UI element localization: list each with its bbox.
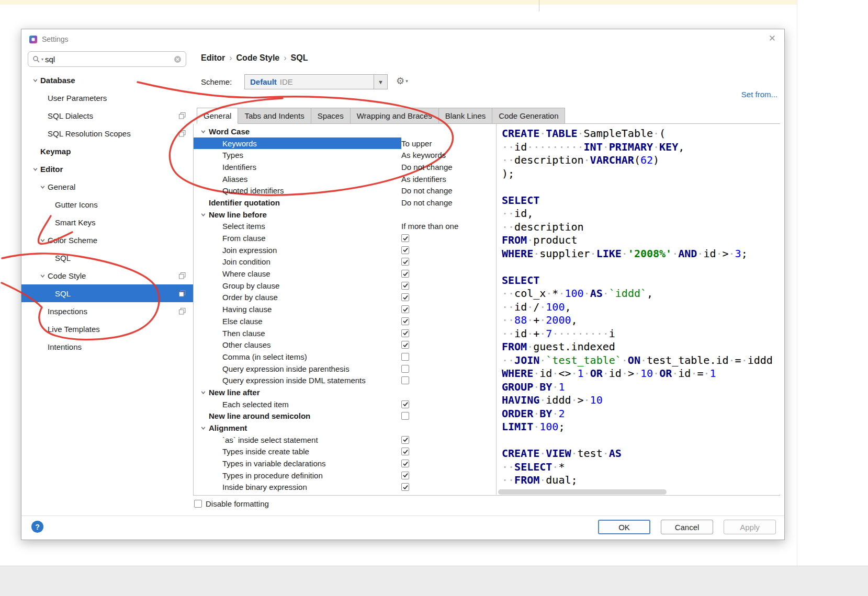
checkbox[interactable] [401,234,409,242]
chevron-down-icon[interactable] [30,166,40,172]
option-row-aliases[interactable]: AliasesAs identifiers [194,173,496,185]
checkbox[interactable] [401,365,409,373]
sidebar-item-database[interactable]: Database [21,71,193,89]
tab-spaces[interactable]: Spaces [311,108,351,124]
option-row-quoted-identifiers[interactable]: Quoted identifiersDo not change [194,185,496,197]
sidebar-item-keymap[interactable]: Keymap [21,142,193,160]
option-row-where-clause[interactable]: Where clause [194,268,496,280]
sidebar-item-code-style[interactable]: Code Style [21,267,193,284]
sidebar-item-sql[interactable]: SQL [21,249,193,267]
checkbox[interactable] [401,317,409,325]
option-value[interactable]: To upper [401,139,432,148]
breadcrumb-item[interactable]: SQL [291,53,308,63]
checkbox[interactable] [401,472,409,479]
option-value[interactable]: Do not change [401,163,453,171]
chevron-down-icon[interactable] [37,237,48,243]
cancel-button[interactable]: Cancel [661,520,713,534]
option-row-join-expression[interactable]: Join expression [194,244,496,256]
chevron-down-icon[interactable] [198,129,209,134]
tab-general[interactable]: General [197,108,238,124]
chevron-down-icon[interactable] [198,425,209,431]
checkbox[interactable] [401,460,409,467]
checkbox[interactable] [401,258,409,266]
tab-code-generation[interactable]: Code Generation [492,108,565,124]
help-button[interactable]: ? [31,521,43,533]
option-row-group-by-clause[interactable]: Group by clause [194,280,496,292]
sidebar-item-inspections[interactable]: Inspections [21,302,193,320]
chevron-down-icon[interactable] [30,77,40,83]
horizontal-scrollbar[interactable] [498,489,667,495]
option-row-query-expression-inside-parenthesis[interactable]: Query expression inside parenthesis [194,363,496,375]
sidebar-item-smart-keys[interactable]: Smart Keys [21,213,193,231]
chevron-down-icon[interactable] [198,389,209,395]
checkbox[interactable] [401,353,409,361]
clear-search-icon[interactable] [174,55,182,63]
option-row-select-items[interactable]: Select itemsIf more than one [194,221,496,233]
sidebar-item-live-templates[interactable]: Live Templates [21,320,193,338]
chevron-down-icon[interactable] [37,184,48,190]
option-row-else-clause[interactable]: Else clause [194,315,496,327]
checkbox[interactable] [401,270,409,278]
option-row-new-line-after[interactable]: New line after [194,386,496,398]
sidebar-item-editor[interactable]: Editor [21,160,193,178]
disable-formatting-row[interactable]: Disable formatting [194,499,269,508]
checkbox[interactable] [401,293,409,301]
option-row-types-in-variable-declarations[interactable]: Types in variable declarations [194,457,496,469]
option-row-types[interactable]: TypesAs keywords [194,149,496,161]
option-row-word-case[interactable]: Word Case [194,125,496,137]
sidebar-item-color-scheme[interactable]: Color Scheme [21,231,193,249]
option-value[interactable]: Do not change [401,186,453,195]
option-row-inside-binary-expression[interactable]: Inside binary expression [194,482,496,494]
checkbox[interactable] [401,282,409,290]
option-row-new-line-around-semicolon[interactable]: New line around semicolon [194,410,496,422]
set-from-link[interactable]: Set from... [741,90,777,99]
tab-tabs-and-indents[interactable]: Tabs and Indents [238,108,311,124]
option-row-then-clause[interactable]: Then clause [194,327,496,339]
option-value[interactable]: As keywords [401,151,446,159]
breadcrumb-item[interactable]: Code Style [236,53,280,63]
option-value[interactable]: If more than one [401,222,458,231]
option-row-each-selected-item[interactable]: Each selected item [194,398,496,410]
option-row-comma-in-select-items[interactable]: Comma (in select items) [194,351,496,363]
option-row-identifier-quotation[interactable]: Identifier quotationDo not change [194,197,496,209]
option-row-identifiers[interactable]: IdentifiersDo not change [194,161,496,173]
chevron-down-icon[interactable]: ▼ [374,75,387,89]
checkbox[interactable] [401,246,409,254]
checkbox[interactable] [401,412,409,420]
checkbox[interactable] [401,400,409,408]
option-row-alignment[interactable]: Alignment [194,422,496,434]
search-input[interactable] [45,55,172,64]
option-row-from-clause[interactable]: From clause [194,232,496,244]
sidebar-item-general[interactable]: General [21,178,193,196]
sidebar-item-intentions[interactable]: Intentions [21,338,193,356]
chevron-down-icon[interactable]: ▾ [41,57,43,62]
option-row-order-by-clause[interactable]: Order by clause [194,292,496,304]
option-row-types-in-procedure-definition[interactable]: Types in procedure definition [194,469,496,482]
gear-icon[interactable]: ⚙▾ [396,75,408,87]
checkbox[interactable] [401,341,409,349]
close-icon[interactable]: ✕ [769,34,776,43]
search-box[interactable]: ▾ [28,51,186,67]
checkbox[interactable] [401,305,409,313]
apply-button[interactable]: Apply [724,520,776,534]
sidebar-item-sql[interactable]: SQL [21,284,193,302]
sidebar-item-user-parameters[interactable]: User Parameters [21,89,193,107]
option-row-types-inside-create-table[interactable]: Types inside create table [194,446,496,458]
option-row-join-condition[interactable]: Join condition [194,256,496,268]
checkbox[interactable] [401,436,409,444]
option-row-keywords[interactable]: KeywordsTo upper [194,137,496,150]
sidebar-item-sql-resolution-scopes[interactable]: SQL Resolution Scopes [21,124,193,142]
option-row-as-inside-select-statement[interactable]: `as` inside select statement [194,434,496,446]
tab-blank-lines[interactable]: Blank Lines [439,108,493,124]
option-row-other-clauses[interactable]: Other clauses [194,339,496,351]
option-row-new-line-before[interactable]: New line before [194,209,496,221]
tab-wrapping-and-braces[interactable]: Wrapping and Braces [351,108,439,124]
option-row-having-clause[interactable]: Having clause [194,303,496,315]
checkbox[interactable] [401,483,409,491]
sidebar-item-sql-dialects[interactable]: SQL Dialects [21,107,193,124]
option-row-query-expression-inside-dml-statements[interactable]: Query expression inside DML statements [194,374,496,386]
scheme-select[interactable]: DefaultIDE ▼ [244,74,388,89]
option-value[interactable]: Do not change [401,198,453,207]
sidebar-item-gutter-icons[interactable]: Gutter Icons [21,196,193,213]
checkbox[interactable] [401,448,409,455]
